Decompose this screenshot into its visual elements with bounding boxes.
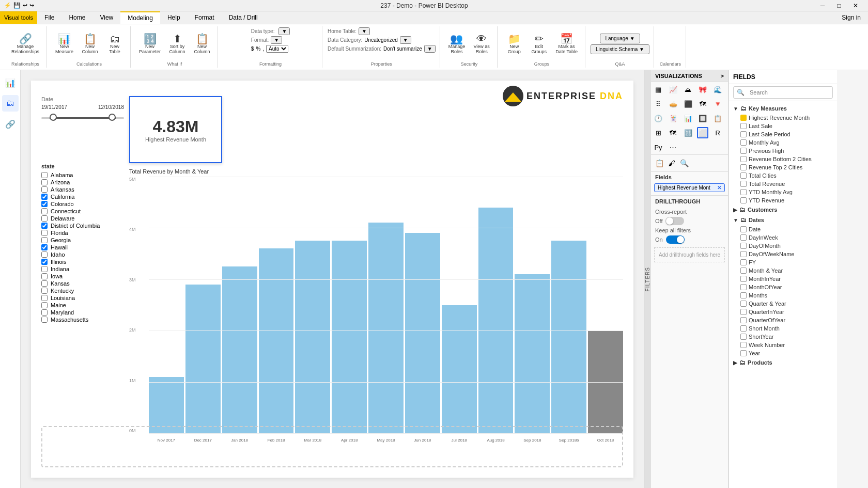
field-item[interactable]: DayInWeek — [729, 233, 837, 242]
viz-ribbon[interactable]: 🎀 — [697, 84, 708, 95]
state-checkbox[interactable] — [41, 273, 48, 279]
field-group-header[interactable]: ▶🗂Products — [729, 357, 837, 368]
viz-treemap[interactable]: ⬛ — [683, 98, 694, 109]
chart-bar[interactable] — [185, 285, 221, 433]
field-item[interactable]: Year — [729, 349, 837, 357]
field-item[interactable]: DayOfWeekName — [729, 250, 837, 258]
field-item[interactable]: Date — [729, 225, 837, 233]
field-item[interactable]: Highest Revenue Month — [729, 114, 837, 122]
viz-more1[interactable]: ⋯ — [668, 141, 679, 153]
tab-data-drill[interactable]: Data / Drill — [222, 11, 265, 24]
field-item[interactable]: FY — [729, 258, 837, 266]
keep-filters-toggle[interactable] — [666, 235, 685, 244]
field-item[interactable]: Previous High — [729, 147, 837, 155]
chart-bar[interactable] — [332, 241, 367, 433]
new-table-button[interactable]: 🗂 NewTable — [103, 33, 126, 55]
chart-bar[interactable] — [368, 223, 404, 433]
field-group-header[interactable]: ▼🗂Dates — [729, 215, 837, 225]
chart-bar[interactable] — [478, 208, 514, 433]
new-group-button[interactable]: 📁 NewGroup — [503, 33, 525, 55]
state-checkbox[interactable] — [41, 194, 48, 200]
field-item[interactable]: Revenue Bottom 2 Cities — [729, 155, 837, 163]
state-checkbox[interactable] — [41, 266, 48, 272]
chart-bar[interactable] — [149, 377, 184, 433]
maximize-button[interactable]: □ — [831, 0, 847, 11]
field-item[interactable]: Month & Year — [729, 266, 837, 275]
viz-gauge[interactable]: 🕐 — [653, 113, 664, 124]
viz-py-script[interactable]: Py — [653, 141, 664, 153]
field-item[interactable]: YTD Revenue — [729, 196, 837, 204]
viz-card[interactable]: 🃏 — [668, 113, 679, 124]
state-checkbox[interactable] — [41, 302, 48, 308]
kpi-card[interactable]: 4.83M Highest Revenue Month — [129, 96, 222, 163]
chart-bar[interactable] — [551, 241, 586, 433]
viz-r-script[interactable]: R — [712, 127, 723, 138]
field-item[interactable]: QuarterOfYear — [729, 316, 837, 324]
filters-vertical-tab[interactable]: FILTERS — [644, 70, 651, 488]
new-column-button[interactable]: 📋 NewColumn — [79, 33, 101, 55]
state-checkbox[interactable] — [41, 230, 48, 236]
tab-help[interactable]: Help — [160, 11, 188, 24]
nav-relationships-icon[interactable]: 🔗 — [2, 116, 19, 132]
tab-modeling[interactable]: Modeling — [120, 11, 160, 24]
viz-scatter[interactable]: ⠿ — [653, 98, 664, 109]
chart-bar[interactable] — [295, 241, 330, 433]
chart-bar[interactable] — [405, 233, 440, 433]
decimal-select[interactable]: Auto — [266, 45, 288, 53]
data-category-button[interactable]: ▼ — [400, 36, 411, 44]
minimize-button[interactable]: ─ — [814, 0, 831, 11]
field-item[interactable]: Total Cities — [729, 171, 837, 180]
data-type-button[interactable]: ▼ — [278, 27, 290, 35]
redo-icon[interactable]: ↪ — [29, 2, 34, 9]
cross-report-toggle[interactable] — [665, 217, 684, 225]
field-item[interactable]: Last Sale — [729, 122, 837, 130]
slider-thumb-right[interactable] — [109, 114, 116, 121]
viz-line[interactable]: 📈 — [668, 84, 679, 95]
state-checkbox[interactable] — [41, 201, 48, 207]
new-measure-button[interactable]: 📊 NewMeasure — [52, 33, 76, 55]
chart-bar[interactable] — [442, 305, 477, 434]
state-checkbox[interactable] — [41, 186, 48, 193]
view-as-roles-button[interactable]: 👁 View asRoles — [470, 33, 493, 55]
tab-home[interactable]: Home — [61, 11, 92, 24]
viz-waterfall[interactable]: 🌊 — [712, 84, 723, 95]
field-item[interactable]: QuarterInYear — [729, 308, 837, 316]
edit-groups-button[interactable]: ✏ EditGroups — [528, 33, 550, 55]
viz-tool-analytics[interactable]: 🔍 — [678, 157, 690, 169]
viz-map[interactable]: 🗺 — [697, 98, 708, 109]
viz-funnel[interactable]: 🔻 — [712, 98, 723, 109]
tab-file[interactable]: File — [37, 11, 61, 24]
nav-data-icon[interactable]: 🗂 — [2, 95, 19, 112]
viz-tool-format[interactable]: 🖌 — [665, 157, 678, 169]
field-item[interactable]: Total Revenue — [729, 180, 837, 188]
state-checkbox[interactable] — [41, 280, 48, 287]
field-item[interactable]: Monthly Avg — [729, 138, 837, 147]
field-group-header[interactable]: ▶🗂Customers — [729, 204, 837, 215]
viz-filled-map[interactable]: 🗺 — [668, 127, 679, 138]
sort-by-column-button[interactable]: ⬆ Sort byColumn — [166, 33, 189, 55]
state-checkbox[interactable] — [41, 172, 48, 178]
field-item[interactable]: MonthOfYear — [729, 283, 837, 291]
summarization-button[interactable]: ▼ — [424, 45, 436, 53]
home-table-button[interactable]: ▼ — [359, 27, 370, 35]
state-checkbox[interactable] — [41, 309, 48, 316]
mark-date-table-button[interactable]: 📅 Mark asDate Table — [552, 33, 581, 55]
chart-bar[interactable] — [588, 330, 623, 433]
viz-area[interactable]: ⛰ — [683, 84, 694, 95]
viz-matrix[interactable]: ⊞ — [653, 127, 664, 138]
field-item[interactable]: ShortYear — [729, 333, 837, 341]
new-parameter-button[interactable]: 🔢 NewParameter — [136, 33, 164, 55]
field-item[interactable]: MonthInYear — [729, 275, 837, 283]
viz-expand-icon[interactable]: > — [721, 73, 724, 79]
format-button[interactable]: ▼ — [271, 36, 282, 44]
field-group-header[interactable]: ▼🗂Key Measures — [729, 103, 837, 114]
viz-table[interactable]: 📋 — [712, 113, 723, 124]
state-checkbox[interactable] — [41, 208, 48, 214]
manage-relationships-button[interactable]: 🔗 ManageRelationships — [8, 33, 42, 55]
chart-bar[interactable] — [222, 266, 257, 433]
field-item[interactable]: Months — [729, 291, 837, 300]
state-checkbox[interactable] — [41, 317, 48, 323]
viz-kpi[interactable]: 📊 — [683, 113, 694, 124]
state-checkbox[interactable] — [41, 259, 48, 265]
viz-aq[interactable]: 🔠 — [683, 127, 694, 138]
